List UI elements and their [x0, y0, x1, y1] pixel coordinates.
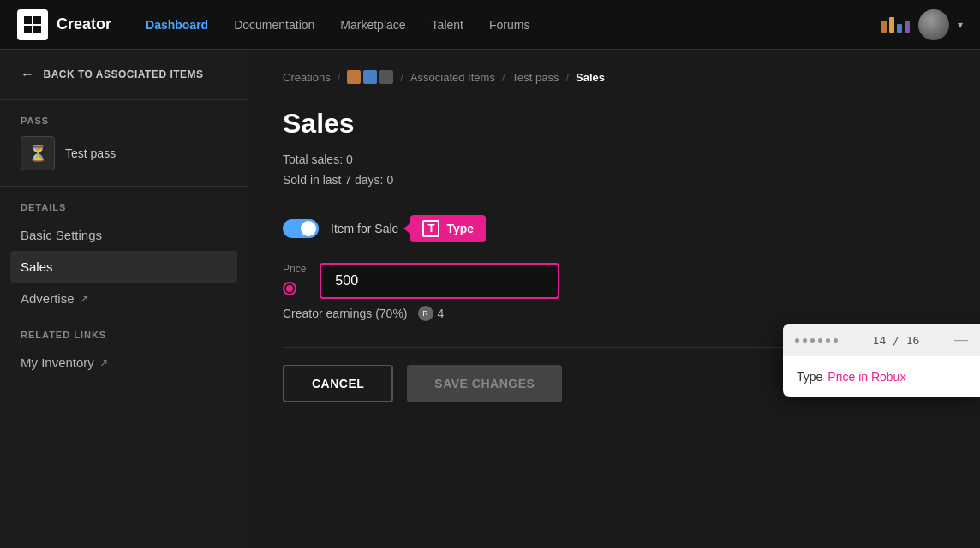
external-link-icon: ↗	[99, 357, 108, 369]
related-links-section: RELATED LINKS My Inventory ↗	[0, 314, 248, 378]
back-to-associated-items-button[interactable]: ← BACK TO ASSOCIATED ITEMS	[0, 50, 248, 100]
sidebar-item-my-inventory[interactable]: My Inventory ↗	[21, 347, 227, 378]
nav-dashboard[interactable]: Dashboard	[146, 18, 208, 32]
robux-earnings-badge: R 4	[418, 306, 445, 321]
nav-icons	[881, 17, 910, 33]
robux-radio[interactable]	[283, 282, 296, 295]
avatar-area: ▾	[881, 9, 963, 40]
page-layout: ← BACK TO ASSOCIATED ITEMS PASS ⏳ Test p…	[0, 50, 980, 548]
pass-thumbnail: ⏳	[21, 136, 55, 170]
nav-marketplace[interactable]: Marketplace	[340, 18, 405, 32]
related-label: RELATED LINKS	[21, 330, 227, 340]
external-link-icon: ↗	[80, 293, 88, 305]
pass-name: Test pass	[65, 146, 116, 160]
top-navigation: Creator Dashboard Documentation Marketpl…	[0, 0, 980, 50]
save-changes-button[interactable]: SAVE CHANGES	[407, 365, 562, 402]
breadcrumb-game-icons	[347, 70, 393, 84]
back-button-label: BACK TO ASSOCIATED ITEMS	[44, 68, 204, 80]
type-tooltip: T Type	[410, 215, 486, 242]
breadcrumb-associated-items[interactable]: Associated Items	[410, 71, 495, 84]
panel-type-label: Type	[797, 370, 822, 384]
pass-item: ⏳ Test pass	[21, 136, 227, 170]
panel-type-value: Price in Robux	[828, 370, 905, 384]
panel-minimize-button[interactable]: —	[954, 332, 968, 348]
sold-7days-stat: Sold in last 7 days: 0	[283, 170, 946, 191]
item-for-sale-row: Item for Sale T Type	[283, 215, 946, 242]
sidebar-item-basic-settings[interactable]: Basic Settings	[21, 219, 227, 251]
panel-header: 14 / 16 —	[783, 324, 980, 356]
cancel-button[interactable]: CANCEL	[283, 365, 393, 402]
pass-section-label: PASS	[21, 116, 227, 126]
chevron-down-icon[interactable]: ▾	[958, 19, 963, 31]
svg-rect-0	[24, 16, 32, 24]
main-content: Creations / / Associated Items / Test pa…	[248, 50, 980, 548]
item-for-sale-toggle[interactable]	[283, 219, 319, 238]
type-icon: T	[422, 220, 439, 237]
logo-icon	[17, 9, 48, 40]
sidebar-item-sales[interactable]: Sales	[10, 251, 237, 283]
total-sales-stat: Total sales: 0	[283, 150, 946, 170]
panel-body: Type Price in Robux	[783, 356, 980, 397]
float-panel: 14 / 16 — Type Price in Robux	[783, 324, 980, 397]
price-label: Price	[283, 263, 306, 275]
robux-radio-row	[283, 282, 306, 295]
logo-area: Creator	[17, 9, 111, 40]
svg-rect-1	[33, 16, 41, 24]
svg-rect-3	[33, 26, 41, 33]
price-input[interactable]	[320, 263, 559, 299]
panel-type-row: Type Price in Robux	[797, 370, 966, 384]
panel-dots	[795, 338, 838, 342]
price-left: Price	[283, 263, 306, 295]
svg-rect-2	[24, 26, 32, 33]
sidebar: ← BACK TO ASSOCIATED ITEMS PASS ⏳ Test p…	[0, 50, 248, 548]
avatar[interactable]	[918, 9, 949, 40]
creator-earnings-value: 4	[438, 307, 445, 320]
breadcrumb-current: Sales	[576, 71, 605, 84]
nav-documentation[interactable]: Documentation	[234, 18, 314, 32]
page-title: Sales	[283, 108, 946, 140]
creator-earnings-label: Creator earnings (70%)	[283, 307, 408, 320]
details-label: DETAILS	[21, 202, 227, 212]
details-section: DETAILS Basic Settings Sales Advertise ↗	[0, 187, 248, 314]
tooltip-box: T Type	[410, 215, 486, 242]
robux-icon: R	[418, 306, 433, 321]
breadcrumb-test-pass[interactable]: Test pass	[512, 71, 559, 84]
sidebar-item-advertise[interactable]: Advertise ↗	[21, 283, 227, 314]
breadcrumb-creations[interactable]: Creations	[283, 71, 331, 84]
panel-counter: 14 / 16	[873, 334, 920, 347]
tooltip-label: Type	[446, 222, 474, 235]
nav-talent[interactable]: Talent	[432, 18, 463, 32]
price-field-row: Price	[283, 263, 946, 299]
sales-stats: Total sales: 0 Sold in last 7 days: 0	[283, 150, 946, 191]
toggle-knob	[301, 221, 316, 236]
creator-earnings-row: Creator earnings (70%) R 4	[283, 306, 946, 321]
back-arrow-icon: ←	[21, 67, 35, 82]
price-input-wrapper	[320, 263, 559, 299]
logo-text: Creator	[57, 15, 111, 33]
nav-forums[interactable]: Forums	[489, 18, 529, 32]
breadcrumb: Creations / / Associated Items / Test pa…	[283, 70, 946, 84]
item-for-sale-label: Item for Sale	[331, 222, 398, 235]
pass-section: PASS ⏳ Test pass	[0, 100, 248, 187]
